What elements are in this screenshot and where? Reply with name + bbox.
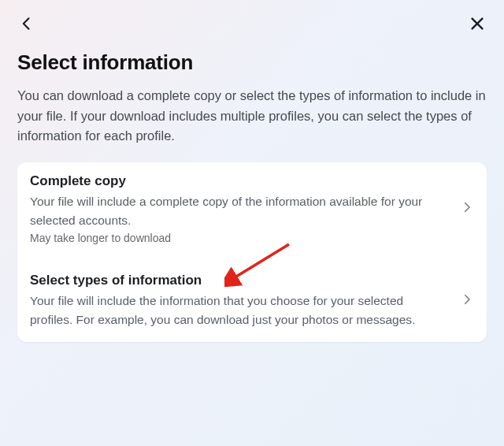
- option-title: Select types of information: [30, 273, 446, 288]
- option-desc: Your file will include a complete copy o…: [30, 192, 446, 230]
- chevron-right-icon: [460, 292, 474, 310]
- top-bar: [0, 0, 504, 36]
- option-body: Select types of information Your file wi…: [30, 273, 460, 329]
- option-body: Complete copy Your file will include a c…: [30, 173, 460, 244]
- close-icon: [469, 15, 486, 35]
- option-note: May take longer to download: [30, 232, 446, 244]
- back-button[interactable]: [16, 14, 38, 36]
- chevron-left-icon: [19, 16, 35, 35]
- option-complete-copy[interactable]: Complete copy Your file will include a c…: [17, 162, 487, 257]
- page-title: Select information: [17, 50, 487, 75]
- close-button[interactable]: [466, 14, 488, 36]
- option-select-types[interactable]: Select types of information Your file wi…: [17, 257, 487, 342]
- option-desc: Your file will include the information t…: [30, 292, 446, 329]
- chevron-right-icon: [460, 200, 474, 217]
- content-area: Select information You can download a co…: [0, 36, 504, 342]
- option-title: Complete copy: [30, 173, 446, 189]
- options-card: Complete copy Your file will include a c…: [17, 162, 487, 342]
- page-subtitle: You can download a complete copy or sele…: [17, 86, 487, 147]
